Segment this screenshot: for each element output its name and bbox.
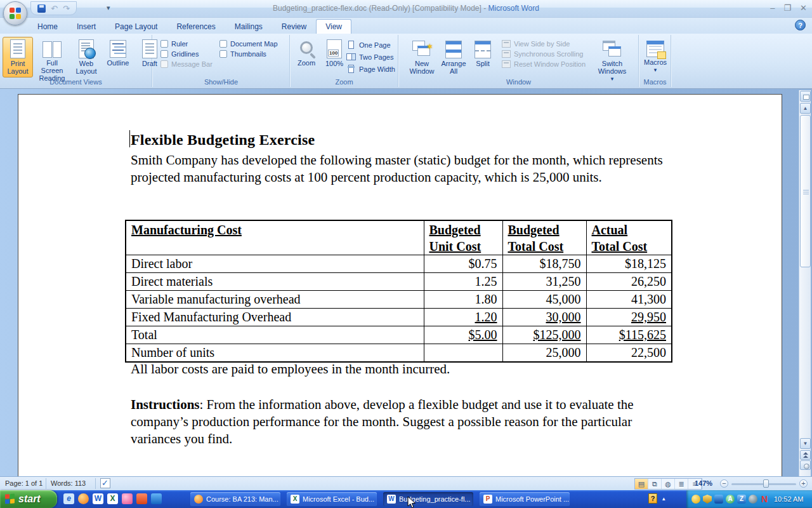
tray-icon-5[interactable] <box>749 495 757 504</box>
scroll-up-icon[interactable]: ▲ <box>800 103 811 114</box>
scrollbar-thumb[interactable] <box>800 115 811 267</box>
group-label-document-views: Document Views <box>0 78 152 86</box>
full-screen-reading-view-button[interactable]: ⧉ <box>648 479 662 489</box>
task-firefox-course[interactable]: Course: BA 213: Man... <box>190 492 280 506</box>
zoom-100-button[interactable]: 100 100% <box>321 37 348 76</box>
view-side-by-side-button: View Side by Side <box>502 40 586 48</box>
synchronous-scrolling-button: Synchronous Scrolling <box>502 50 586 58</box>
tab-references[interactable]: References <box>167 19 225 34</box>
thumbnails-checkbox[interactable] <box>219 50 227 58</box>
vertical-scrollbar[interactable]: ▲ ▼ <box>799 90 811 476</box>
zoom-button[interactable]: Zoom <box>293 37 320 76</box>
tray-icon-1[interactable] <box>691 495 700 504</box>
group-show-hide: Ruler Gridlines Message Bar Document Map… <box>153 35 290 87</box>
excel-icon[interactable]: X <box>107 493 118 504</box>
page-width-button[interactable]: Page Width <box>346 64 395 74</box>
table-row: Fixed Manufacturing Overhead 1.20 30,000… <box>126 309 672 326</box>
close-button[interactable]: ✕ <box>800 3 807 13</box>
switch-windows-button[interactable]: Switch Windows ▾ <box>593 37 631 84</box>
task-buttons: Course: BA 213: Man... XMicrosoft Excel … <box>190 492 570 506</box>
task-excel[interactable]: XMicrosoft Excel - Bud... <box>287 492 377 506</box>
web-layout-button[interactable]: Web Layout <box>71 37 102 77</box>
undo-icon[interactable]: ↶ <box>51 4 58 13</box>
page-count[interactable]: Page: 1 of 1 <box>5 479 43 487</box>
redo-icon[interactable]: ↷ <box>63 4 70 13</box>
mouse-cursor <box>407 497 417 508</box>
macros-button[interactable]: Macros ▾ <box>640 37 671 76</box>
taskbar-help-icon[interactable]: ? <box>648 493 657 504</box>
document-page[interactable]: Flexible Budgeting Exercise Smith Compan… <box>18 94 782 476</box>
tab-mailings[interactable]: Mailings <box>225 19 272 34</box>
outline-view-button[interactable]: ≣ <box>675 479 688 489</box>
select-browse-object-button[interactable] <box>800 460 811 470</box>
quick-launch-app-icon-1[interactable] <box>122 493 133 504</box>
quick-launch-app-icon-2[interactable] <box>136 493 147 504</box>
restore-button[interactable]: ❐ <box>783 3 791 13</box>
help-icon[interactable]: ? <box>795 20 806 30</box>
macros-dropdown-icon[interactable]: ▾ <box>654 67 657 72</box>
new-window-button[interactable]: ✶ New Window <box>407 37 437 77</box>
labor-costs-note: All labor costs are paid to employees in… <box>131 361 674 377</box>
arrange-all-button[interactable]: Arrange All <box>438 37 469 77</box>
tray-icon-2[interactable] <box>714 495 723 504</box>
outline-button[interactable]: Outline <box>103 37 133 76</box>
previous-page-button[interactable] <box>800 450 811 460</box>
tray-icon-3[interactable]: A <box>726 495 735 504</box>
internet-explorer-icon[interactable]: e <box>63 493 74 504</box>
table-row: Direct labor $0.75 $18,750 $18,125 <box>126 255 672 273</box>
tab-home[interactable]: Home <box>28 19 67 34</box>
word-count[interactable]: Words: 113 <box>51 479 86 487</box>
split-button[interactable]: Split <box>470 37 495 76</box>
minimize-button[interactable]: – <box>770 3 775 13</box>
print-layout-view-button[interactable]: ▤ <box>635 479 648 489</box>
office-button[interactable] <box>3 1 27 25</box>
message-bar-checkbox-item: Message Bar <box>160 60 213 68</box>
tab-view[interactable]: View <box>316 19 351 34</box>
table-row-total: Total $5.00 $125,000 $115,625 <box>126 326 672 344</box>
quick-launch-app-icon-3[interactable] <box>151 493 162 504</box>
task-word-active[interactable]: WBudgeting_practice-fl... <box>383 492 473 506</box>
gridlines-checkbox[interactable] <box>160 50 168 58</box>
scroll-down-icon[interactable]: ▼ <box>800 438 811 449</box>
task-powerpoint[interactable]: PMicrosoft PowerPoint ... <box>480 492 570 506</box>
zoom-slider-handle[interactable] <box>763 479 769 488</box>
zoom-slider[interactable]: − + <box>720 479 808 488</box>
view-ruler-toggle-button[interactable] <box>800 91 811 102</box>
new-window-icon: ✶ <box>412 41 431 58</box>
proofing-status-icon[interactable]: ✓ <box>100 478 110 488</box>
start-button[interactable]: start <box>0 490 57 508</box>
zoom-out-icon[interactable]: − <box>720 479 728 488</box>
header-actual-total-cost: ActualTotal Cost <box>586 220 672 255</box>
tab-review[interactable]: Review <box>272 19 316 34</box>
budget-table: Manufacturing Cost BudgetedUnit Cost Bud… <box>125 220 672 363</box>
customize-qat-icon[interactable]: ▾ <box>107 4 110 12</box>
table-header-row: Manufacturing Cost BudgetedUnit Cost Bud… <box>126 220 672 255</box>
web-layout-view-button[interactable]: ◍ <box>662 479 675 489</box>
office-logo-icon <box>10 8 21 19</box>
word-icon: W <box>387 495 396 504</box>
synchronous-scrolling-icon <box>502 50 511 58</box>
document-map-checkbox-item[interactable]: Document Map <box>219 40 278 48</box>
ruler-checkbox-item[interactable]: Ruler <box>160 40 213 48</box>
tray-collapse-icon[interactable]: ▴ <box>662 495 665 502</box>
two-pages-button[interactable]: Two Pages <box>346 52 395 62</box>
print-layout-button[interactable]: Print Layout <box>3 37 33 77</box>
tray-icon-6[interactable]: N <box>760 495 769 504</box>
gridlines-checkbox-item[interactable]: Gridlines <box>160 50 213 58</box>
one-page-button[interactable]: One Page <box>346 40 395 50</box>
zoom-level[interactable]: 147% <box>695 479 712 487</box>
tab-page-layout[interactable]: Page Layout <box>105 19 167 34</box>
thumbnails-checkbox-item[interactable]: Thumbnails <box>219 50 278 58</box>
save-icon[interactable] <box>37 4 46 13</box>
full-screen-reading-button[interactable]: Full Screen Reading <box>34 37 70 84</box>
tab-insert[interactable]: Insert <box>67 19 105 34</box>
tray-shield-icon[interactable] <box>703 495 712 504</box>
clock[interactable]: 10:52 AM <box>774 495 803 503</box>
document-area[interactable]: Flexible Budgeting Exercise Smith Compan… <box>0 89 812 476</box>
zoom-in-icon[interactable]: + <box>799 479 808 488</box>
document-map-checkbox[interactable] <box>219 40 227 48</box>
tray-icon-4[interactable]: Z <box>737 495 746 504</box>
word-icon[interactable]: W <box>93 493 103 504</box>
firefox-icon[interactable] <box>78 493 89 504</box>
ruler-checkbox[interactable] <box>160 40 168 48</box>
